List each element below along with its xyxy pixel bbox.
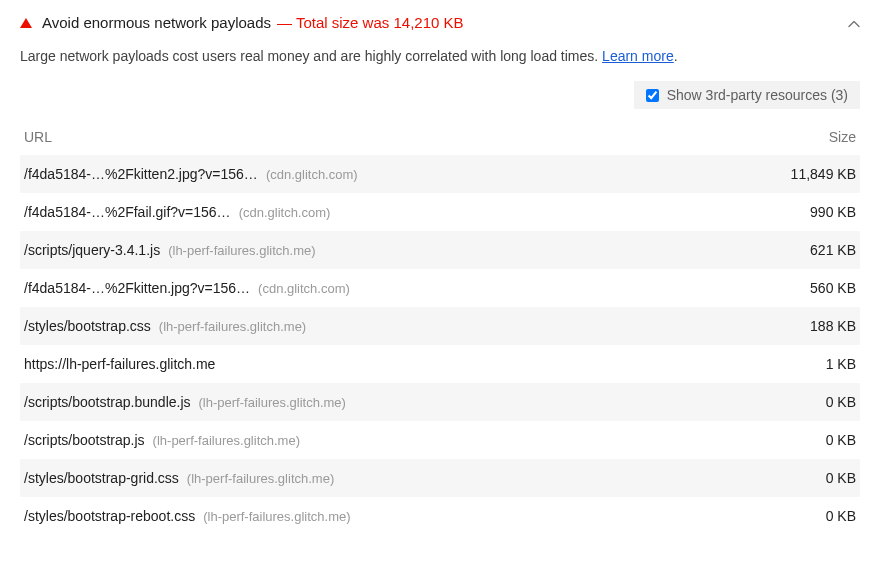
table-row: https://lh-perf-failures.glitch.me 1 KB [20,345,860,383]
table-row: /scripts/jquery-3.4.1.js (lh-perf-failur… [20,231,860,269]
url-path[interactable]: /f4da5184-…%2Fkitten2.jpg?v=156… [24,166,258,182]
table-header-row: URL Size [20,119,860,155]
url-host: (cdn.glitch.com) [258,281,350,296]
url-path[interactable]: /scripts/bootstrap.js [24,432,145,448]
third-party-label: Show 3rd-party resources (3) [667,87,848,103]
url-path[interactable]: /styles/bootstrap-reboot.css [24,508,195,524]
size-value: 1 KB [746,356,856,372]
url-path[interactable]: /styles/bootstrap-grid.css [24,470,179,486]
table-row: /styles/bootstrap.css (lh-perf-failures.… [20,307,860,345]
url-path[interactable]: https://lh-perf-failures.glitch.me [24,356,215,372]
table-row: /scripts/bootstrap.bundle.js (lh-perf-fa… [20,383,860,421]
url-host: (cdn.glitch.com) [239,205,331,220]
size-value: 0 KB [746,508,856,524]
url-host: (lh-perf-failures.glitch.me) [168,243,315,258]
table-row: /f4da5184-…%2Fkitten2.jpg?v=156… (cdn.gl… [20,155,860,193]
column-header-url: URL [24,129,746,145]
audit-title: Avoid enormous network payloads [42,14,271,31]
url-host: (lh-perf-failures.glitch.me) [203,509,350,524]
url-path[interactable]: /f4da5184-…%2Ffail.gif?v=156… [24,204,231,220]
chevron-up-icon [848,15,860,31]
size-value: 990 KB [746,204,856,220]
url-host: (lh-perf-failures.glitch.me) [199,395,346,410]
url-host: (lh-perf-failures.glitch.me) [187,471,334,486]
table-row: /scripts/bootstrap.js (lh-perf-failures.… [20,421,860,459]
url-path[interactable]: /f4da5184-…%2Fkitten.jpg?v=156… [24,280,250,296]
audit-display-value: — Total size was 14,210 KB [277,14,464,31]
audit-description-text: Large network payloads cost users real m… [20,48,602,64]
learn-more-link[interactable]: Learn more [602,48,674,64]
size-value: 621 KB [746,242,856,258]
table-row: /styles/bootstrap-reboot.css (lh-perf-fa… [20,497,860,535]
url-path[interactable]: /scripts/bootstrap.bundle.js [24,394,191,410]
table-body: /f4da5184-…%2Fkitten2.jpg?v=156… (cdn.gl… [20,155,860,535]
size-value: 0 KB [746,394,856,410]
audit-panel: Avoid enormous network payloads — Total … [0,0,880,555]
size-value: 11,849 KB [746,166,856,182]
third-party-filter: Show 3rd-party resources (3) [20,81,860,109]
url-host: (cdn.glitch.com) [266,167,358,182]
audit-header[interactable]: Avoid enormous network payloads — Total … [20,8,860,45]
table-row: /styles/bootstrap-grid.css (lh-perf-fail… [20,459,860,497]
table-row: /f4da5184-…%2Fkitten.jpg?v=156… (cdn.gli… [20,269,860,307]
third-party-checkbox[interactable] [646,89,659,102]
size-value: 560 KB [746,280,856,296]
url-path[interactable]: /styles/bootstrap.css [24,318,151,334]
size-value: 0 KB [746,470,856,486]
audit-description: Large network payloads cost users real m… [20,45,860,67]
size-value: 188 KB [746,318,856,334]
third-party-toggle[interactable]: Show 3rd-party resources (3) [634,81,860,109]
table-row: /f4da5184-…%2Ffail.gif?v=156… (cdn.glitc… [20,193,860,231]
column-header-size: Size [746,129,856,145]
url-host: (lh-perf-failures.glitch.me) [159,319,306,334]
url-host: (lh-perf-failures.glitch.me) [153,433,300,448]
url-path[interactable]: /scripts/jquery-3.4.1.js [24,242,160,258]
warning-triangle-icon [20,18,32,28]
size-value: 0 KB [746,432,856,448]
